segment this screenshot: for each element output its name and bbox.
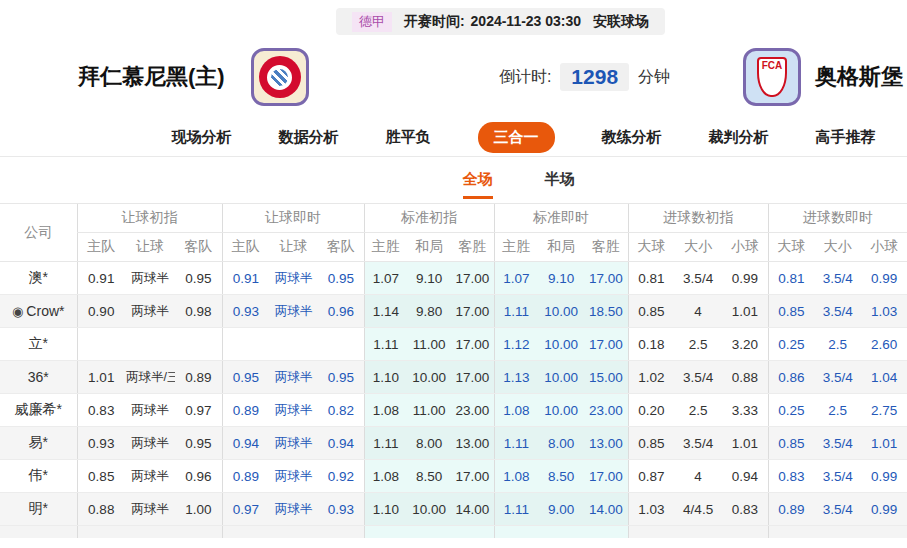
company-cell[interactable]: 立* (0, 328, 77, 361)
odds-cell[interactable]: 9.10 (538, 262, 584, 295)
odds-cell[interactable]: 0.99 (861, 262, 907, 295)
odds-cell[interactable]: 1.11 (494, 493, 538, 526)
odds-cell[interactable]: 17.00 (584, 328, 628, 361)
odds-cell[interactable]: 0.92 (318, 460, 364, 493)
odds-cell[interactable]: 1.08 (494, 460, 538, 493)
odds-cell (125, 526, 175, 538)
odds-cell[interactable]: 0.93 (318, 493, 364, 526)
odds-cell: 0.99 (722, 262, 768, 295)
tab-scene-analysis[interactable]: 现场分析 (172, 128, 232, 147)
odds-cell[interactable]: 1.13 (494, 361, 538, 394)
odds-cell[interactable]: 0.95 (318, 361, 364, 394)
odds-cell[interactable]: 10.00 (538, 361, 584, 394)
odds-cell[interactable]: 15.00 (584, 361, 628, 394)
odds-cell[interactable]: 0.82 (318, 394, 364, 427)
odds-cell[interactable]: 2.60 (861, 328, 907, 361)
odds-cell[interactable]: 0.96 (318, 295, 364, 328)
odds-cell[interactable]: 两球半 (269, 295, 318, 328)
odds-cell[interactable]: 2.5 (814, 328, 861, 361)
odds-cell[interactable]: 1.08 (494, 394, 538, 427)
tab-coach-analysis[interactable]: 教练分析 (602, 128, 662, 147)
tab-win-draw-lose[interactable]: 胜平负 (386, 128, 431, 147)
odds-cell[interactable]: 1.07 (494, 262, 538, 295)
company-cell[interactable]: 易* (0, 427, 77, 460)
odds-cell: 0.90 (77, 295, 125, 328)
odds-cell[interactable]: 0.95 (222, 361, 269, 394)
odds-cell[interactable]: 23.00 (584, 394, 628, 427)
odds-cell[interactable]: 0.94 (222, 427, 269, 460)
odds-cell[interactable]: 14.00 (584, 493, 628, 526)
odds-cell[interactable]: 两球半 (269, 493, 318, 526)
odds-cell[interactable]: 0.81 (768, 262, 814, 295)
odds-cell[interactable] (222, 328, 269, 361)
company-cell[interactable]: 伟* (0, 460, 77, 493)
odds-cell[interactable]: 0.89 (222, 460, 269, 493)
odds-cell: 1.01 (722, 295, 768, 328)
odds-cell[interactable]: 8.50 (538, 460, 584, 493)
odds-cell[interactable]: 0.83 (768, 460, 814, 493)
odds-cell[interactable]: 0.91 (222, 262, 269, 295)
odds-cell[interactable]: 两球半 (269, 361, 318, 394)
odds-cell[interactable]: 10.00 (538, 394, 584, 427)
tab-expert-picks[interactable]: 高手推荐 (816, 128, 876, 147)
odds-cell[interactable]: 3.5/4 (814, 262, 861, 295)
odds-cell[interactable]: 13.00 (584, 427, 628, 460)
odds-cell[interactable]: 0.94 (318, 427, 364, 460)
odds-cell[interactable]: 0.25 (768, 328, 814, 361)
odds-cell[interactable]: 18.50 (584, 295, 628, 328)
company-name: 威廉希* (15, 401, 62, 417)
odds-cell[interactable]: 2.5 (814, 394, 861, 427)
company-cell[interactable]: 明* (0, 493, 77, 526)
odds-cell[interactable]: 两球半 (269, 262, 318, 295)
odds-cell: 1.11 (364, 427, 407, 460)
odds-cell[interactable]: 1.11 (494, 295, 538, 328)
odds-cell[interactable]: 两球半 (269, 427, 318, 460)
odds-cell[interactable]: 0.89 (222, 394, 269, 427)
company-cell[interactable]: 威廉希* (0, 394, 77, 427)
column-sub-header: 主队 (77, 233, 125, 262)
odds-cell[interactable]: 0.89 (768, 493, 814, 526)
odds-cell[interactable]: 1.11 (494, 427, 538, 460)
tab-full-match[interactable]: 全场 (463, 170, 493, 199)
odds-cell[interactable]: 3.5/4 (814, 493, 861, 526)
odds-cell[interactable]: 3.5/4 (814, 295, 861, 328)
odds-cell[interactable]: 8.00 (538, 427, 584, 460)
odds-cell[interactable]: 17.00 (584, 460, 628, 493)
odds-cell[interactable]: 0.86 (768, 361, 814, 394)
odds-cell: 2.5 (674, 328, 722, 361)
odds-cell[interactable]: 0.97 (222, 493, 269, 526)
tab-three-in-one[interactable]: 三合一 (478, 122, 555, 153)
odds-cell[interactable]: 0.85 (768, 427, 814, 460)
odds-cell[interactable]: 3.5/4 (814, 460, 861, 493)
odds-cell[interactable]: 0.99 (861, 493, 907, 526)
odds-cell[interactable]: 9.00 (538, 493, 584, 526)
odds-cell[interactable]: 两球半 (269, 394, 318, 427)
odds-cell[interactable]: 1.01 (861, 427, 907, 460)
odds-cell[interactable]: 17.00 (584, 262, 628, 295)
tab-referee-analysis[interactable]: 裁判分析 (709, 128, 769, 147)
odds-cell[interactable]: 0.25 (768, 394, 814, 427)
tab-half-match[interactable]: 半场 (545, 170, 575, 196)
odds-cell[interactable]: 1.04 (861, 361, 907, 394)
odds-cell[interactable]: 2.75 (861, 394, 907, 427)
odds-cell[interactable]: 两球半 (269, 460, 318, 493)
table-row: 易*0.93两球半0.950.94两球半0.941.118.0013.001.1… (0, 427, 907, 460)
odds-cell: 11.00 (407, 394, 451, 427)
odds-cell[interactable]: 0.93 (222, 295, 269, 328)
odds-cell[interactable]: 0.85 (768, 295, 814, 328)
company-cell[interactable]: ◉Crow* (0, 295, 77, 328)
odds-cell[interactable]: 1.03 (861, 295, 907, 328)
company-cell[interactable]: 36* (0, 361, 77, 394)
tab-data-analysis[interactable]: 数据分析 (279, 128, 339, 147)
odds-cell[interactable]: 10.00 (538, 295, 584, 328)
odds-cell[interactable]: 0.99 (861, 460, 907, 493)
company-cell[interactable]: 澳* (0, 262, 77, 295)
odds-cell[interactable] (269, 328, 318, 361)
odds-cell[interactable]: 0.95 (318, 262, 364, 295)
odds-cell[interactable] (318, 328, 364, 361)
odds-cell[interactable]: 3.5/4 (814, 427, 861, 460)
league-badge[interactable]: 德甲 (352, 12, 392, 32)
odds-cell[interactable]: 3.5/4 (814, 361, 861, 394)
odds-cell[interactable]: 10.00 (538, 328, 584, 361)
odds-cell[interactable]: 1.12 (494, 328, 538, 361)
